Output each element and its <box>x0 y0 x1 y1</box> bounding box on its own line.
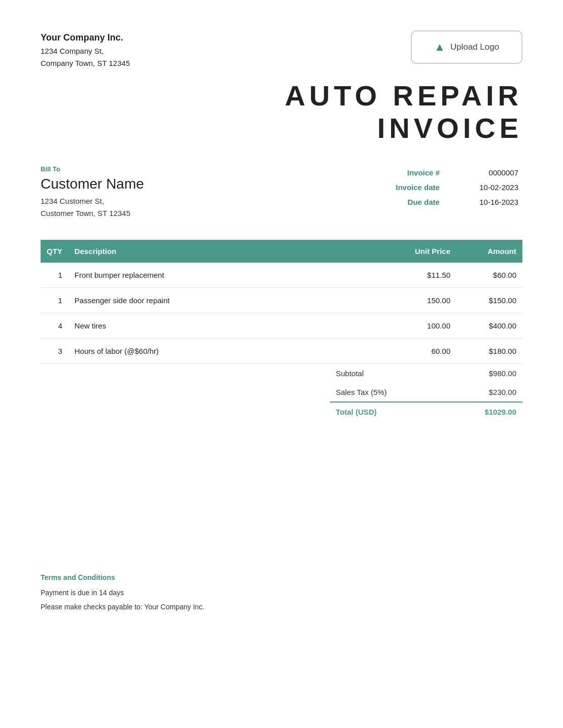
row-qty: 4 <box>41 313 68 338</box>
upload-icon: ▲ <box>434 41 445 54</box>
due-date-value: 10-16-2023 <box>450 195 522 209</box>
due-date-label: Due date <box>360 195 450 209</box>
row-unit-price: 150.00 <box>375 287 456 313</box>
bill-section: Bill To Customer Name 1234 Customer St, … <box>41 165 522 220</box>
row-description: Hours of labor (@$60/hr) <box>68 338 375 363</box>
bill-to: Bill To Customer Name 1234 Customer St, … <box>41 165 144 220</box>
row-amount: $150.00 <box>456 287 522 313</box>
table-row: 1 Front bumper replacement $11.50 $60.00 <box>41 263 522 288</box>
totals-section: Subtotal $980.00 Sales Tax (5%) $230.00 … <box>41 364 522 421</box>
upload-logo-label: Upload Logo <box>450 42 499 52</box>
total-label: Total (USD) <box>330 402 443 421</box>
invoice-number-label: Invoice # <box>360 165 450 180</box>
items-table: QTY Description Unit Price Amount 1 Fron… <box>41 240 522 364</box>
row-description: New tires <box>68 313 375 338</box>
col-qty-header: QTY <box>41 240 68 263</box>
invoice-number-row: Invoice # 0000007 <box>360 165 522 180</box>
row-description: Passenger side door repaint <box>68 287 375 313</box>
table-header-row: QTY Description Unit Price Amount <box>41 240 522 263</box>
customer-address-line2: Customer Town, ST 12345 <box>41 207 144 220</box>
invoice-title: AUTO REPAIR INVOICE <box>41 80 522 145</box>
tax-value: $230.00 <box>443 383 522 402</box>
row-amount: $400.00 <box>456 313 522 338</box>
company-address-line2: Company Town, ST 12345 <box>41 57 130 69</box>
subtotal-value: $980.00 <box>443 364 522 383</box>
totals-table: Subtotal $980.00 Sales Tax (5%) $230.00 … <box>330 364 522 421</box>
total-row: Total (USD) $1029.00 <box>330 402 522 421</box>
col-amount-header: Amount <box>456 240 522 263</box>
tax-label: Sales Tax (5%) <box>330 383 443 402</box>
subtotal-label: Subtotal <box>330 364 443 383</box>
row-qty: 1 <box>41 263 68 288</box>
table-row: 4 New tires 100.00 $400.00 <box>41 313 522 338</box>
invoice-meta: Invoice # 0000007 Invoice date 10-02-202… <box>360 165 522 209</box>
row-qty: 3 <box>41 338 68 363</box>
table-row: 1 Passenger side door repaint 150.00 $15… <box>41 287 522 313</box>
invoice-date-row: Invoice date 10-02-2023 <box>360 180 522 195</box>
row-description: Front bumper replacement <box>68 263 375 288</box>
row-unit-price: 60.00 <box>375 338 456 363</box>
company-name: Your Company Inc. <box>41 30 130 45</box>
total-value: $1029.00 <box>443 402 522 421</box>
row-unit-price: $11.50 <box>375 263 456 288</box>
invoice-date-value: 10-02-2023 <box>450 180 522 195</box>
tax-row: Sales Tax (5%) $230.00 <box>330 383 522 402</box>
col-unit-price-header: Unit Price <box>375 240 456 263</box>
company-info: Your Company Inc. 1234 Company St, Compa… <box>41 30 130 69</box>
invoice-date-label: Invoice date <box>360 180 450 195</box>
customer-address-line1: 1234 Customer St, <box>41 195 144 207</box>
terms-title: Terms and Conditions <box>41 573 522 581</box>
row-amount: $60.00 <box>456 263 522 288</box>
subtotal-row: Subtotal $980.00 <box>330 364 522 383</box>
bill-to-label: Bill To <box>41 165 144 173</box>
upload-logo-button[interactable]: ▲ Upload Logo <box>411 30 522 64</box>
invoice-title-line2: INVOICE <box>41 112 522 144</box>
terms-line1: Payment is due in 14 days <box>41 586 522 600</box>
row-unit-price: 100.00 <box>375 313 456 338</box>
customer-name: Customer Name <box>41 176 144 192</box>
terms-section: Terms and Conditions Payment is due in 1… <box>41 421 522 614</box>
row-amount: $180.00 <box>456 338 522 363</box>
due-date-row: Due date 10-16-2023 <box>360 195 522 209</box>
table-row: 3 Hours of labor (@$60/hr) 60.00 $180.00 <box>41 338 522 363</box>
terms-line2: Please make checks payable to: Your Comp… <box>41 600 522 614</box>
invoice-title-line1: AUTO REPAIR <box>41 80 522 112</box>
row-qty: 1 <box>41 287 68 313</box>
company-address-line1: 1234 Company St, <box>41 45 130 57</box>
header: Your Company Inc. 1234 Company St, Compa… <box>41 30 522 69</box>
invoice-number-value: 0000007 <box>450 165 522 180</box>
col-description-header: Description <box>68 240 375 263</box>
